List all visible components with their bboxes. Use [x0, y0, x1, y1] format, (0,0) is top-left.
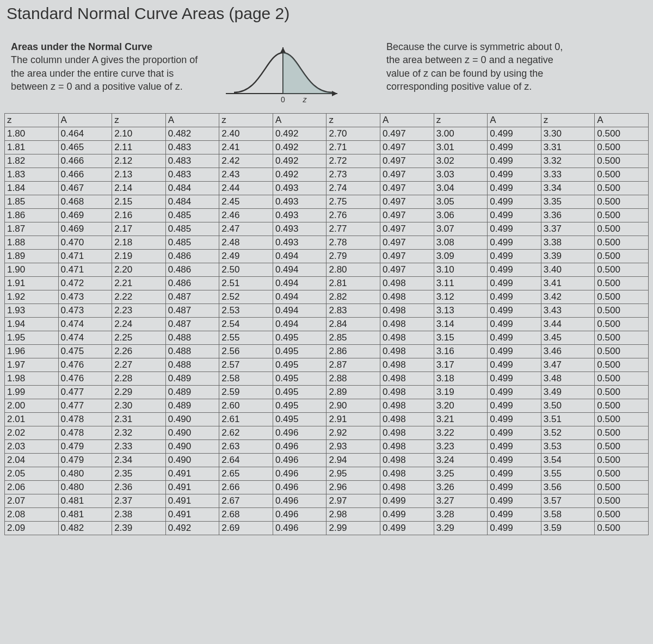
a-cell: 0.499: [380, 508, 434, 522]
z-cell: 2.93: [326, 440, 380, 454]
a-cell: 0.498: [380, 467, 434, 481]
z-cell: 2.61: [219, 413, 273, 426]
table-row: 1.800.4642.100.4822.400.4922.700.4973.00…: [5, 127, 649, 141]
z-cell: 3.48: [541, 372, 595, 386]
table-row: 1.990.4772.290.4892.590.4952.890.4983.19…: [5, 386, 649, 399]
z-cell: 3.53: [541, 440, 595, 454]
z-cell: 2.57: [219, 358, 273, 372]
z-cell: 2.82: [326, 290, 380, 304]
z-cell: 3.26: [434, 481, 488, 494]
a-cell: 0.479: [58, 454, 112, 467]
z-cell: 2.90: [326, 399, 380, 413]
a-cell: 0.473: [58, 304, 112, 318]
z-cell: 2.20: [112, 263, 166, 277]
table-row: 1.870.4692.170.4852.470.4932.770.4973.07…: [5, 222, 649, 236]
z-cell: 2.43: [219, 168, 273, 182]
a-cell: 0.488: [165, 331, 219, 345]
col-z: z: [434, 114, 488, 127]
a-cell: 0.483: [165, 141, 219, 154]
z-cell: 1.93: [5, 304, 59, 318]
z-cell: 2.07: [5, 494, 59, 508]
a-cell: 0.500: [595, 222, 649, 236]
z-cell: 2.30: [112, 399, 166, 413]
z-cell: 2.32: [112, 426, 166, 440]
a-cell: 0.500: [595, 358, 649, 372]
col-a: A: [380, 114, 434, 127]
z-cell: 3.29: [434, 522, 488, 535]
z-cell: 2.47: [219, 222, 273, 236]
a-cell: 0.499: [488, 454, 541, 467]
z-cell: 2.87: [326, 358, 380, 372]
z-cell: 3.02: [434, 154, 488, 168]
table-row: 1.930.4732.230.4872.530.4942.830.4983.13…: [5, 304, 649, 318]
a-cell: 0.499: [488, 127, 541, 141]
a-cell: 0.499: [380, 494, 434, 508]
a-cell: 0.498: [380, 304, 434, 318]
a-cell: 0.490: [165, 413, 219, 426]
a-cell: 0.493: [273, 209, 326, 222]
z-cell: 2.24: [112, 318, 166, 331]
z-cell: 3.31: [541, 141, 595, 154]
a-cell: 0.500: [595, 331, 649, 345]
z-cell: 2.02: [5, 426, 59, 440]
a-cell: 0.499: [488, 304, 541, 318]
a-cell: 0.489: [165, 372, 219, 386]
z-cell: 2.05: [5, 467, 59, 481]
z-cell: 1.81: [5, 141, 59, 154]
z-cell: 3.43: [541, 304, 595, 318]
svg-marker-3: [280, 47, 286, 53]
z-cell: 2.75: [326, 195, 380, 209]
a-cell: 0.496: [273, 454, 326, 467]
a-cell: 0.499: [488, 222, 541, 236]
z-cell: 2.04: [5, 454, 59, 467]
a-cell: 0.466: [58, 168, 112, 182]
table-row: 1.950.4742.250.4882.550.4952.850.4983.15…: [5, 331, 649, 345]
z-cell: 2.06: [5, 481, 59, 494]
a-cell: 0.494: [273, 277, 326, 290]
z-cell: 2.99: [326, 522, 380, 535]
z-cell: 2.55: [219, 331, 273, 345]
a-cell: 0.494: [273, 250, 326, 263]
table-row: 1.910.4722.210.4862.510.4942.810.4983.11…: [5, 277, 649, 290]
z-cell: 2.72: [326, 154, 380, 168]
a-cell: 0.477: [58, 399, 112, 413]
a-cell: 0.499: [488, 195, 541, 209]
intro-left-title: Areas under the Normal Curve: [11, 40, 201, 53]
z-cell: 2.26: [112, 345, 166, 358]
a-cell: 0.483: [165, 154, 219, 168]
z-cell: 2.51: [219, 277, 273, 290]
z-cell: 2.78: [326, 236, 380, 250]
z-cell: 2.68: [219, 508, 273, 522]
a-cell: 0.493: [273, 236, 326, 250]
z-cell: 2.31: [112, 413, 166, 426]
z-cell: 2.97: [326, 494, 380, 508]
table-row: 2.000.4772.300.4892.600.4952.900.4983.20…: [5, 399, 649, 413]
a-cell: 0.469: [58, 222, 112, 236]
a-cell: 0.499: [488, 494, 541, 508]
z-cell: 2.03: [5, 440, 59, 454]
z-cell: 2.18: [112, 236, 166, 250]
z-cell: 2.17: [112, 222, 166, 236]
a-cell: 0.498: [380, 372, 434, 386]
z-cell: 2.79: [326, 250, 380, 263]
a-cell: 0.499: [488, 290, 541, 304]
z-cell: 3.34: [541, 182, 595, 195]
a-cell: 0.496: [273, 440, 326, 454]
z-cell: 3.20: [434, 399, 488, 413]
table-row: 2.030.4792.330.4902.630.4962.930.4983.23…: [5, 440, 649, 454]
z-cell: 1.86: [5, 209, 59, 222]
a-cell: 0.498: [380, 454, 434, 467]
a-cell: 0.492: [273, 127, 326, 141]
z-cell: 3.45: [541, 331, 595, 345]
a-cell: 0.468: [58, 195, 112, 209]
a-cell: 0.499: [488, 440, 541, 454]
table-row: 1.810.4652.110.4832.410.4922.710.4973.01…: [5, 141, 649, 154]
z-cell: 3.18: [434, 372, 488, 386]
a-cell: 0.499: [380, 522, 434, 535]
z-cell: 2.48: [219, 236, 273, 250]
col-z: z: [219, 114, 273, 127]
z-cell: 3.10: [434, 263, 488, 277]
z-cell: 2.09: [5, 522, 59, 535]
a-cell: 0.500: [595, 250, 649, 263]
a-cell: 0.466: [58, 154, 112, 168]
